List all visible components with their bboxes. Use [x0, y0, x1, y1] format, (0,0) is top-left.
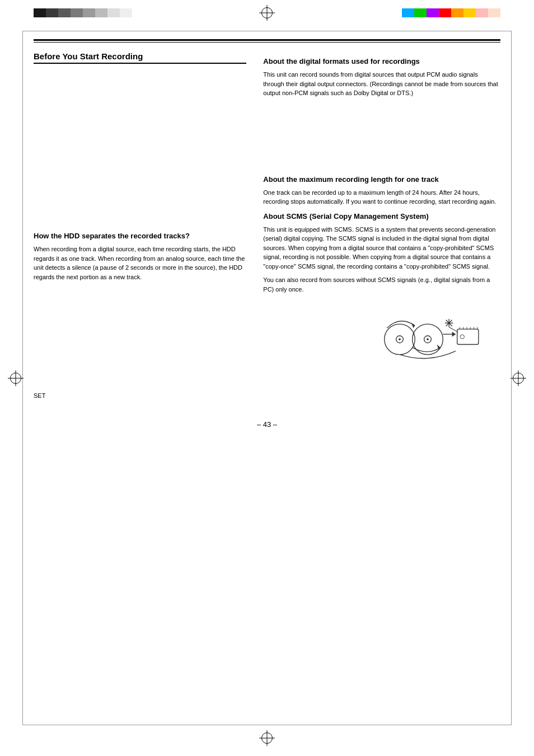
- right-reg-mark: [513, 373, 524, 384]
- digital-formats-heading: About the digital formats used for recor…: [263, 57, 500, 65]
- svg-point-21: [460, 335, 464, 339]
- main-content: Before You Start Recording How the HDD s…: [34, 39, 500, 717]
- color-block-violet: [427, 8, 439, 17]
- right-color-strip: [402, 8, 500, 17]
- connection-diagram-svg: [372, 305, 484, 367]
- header-rule-thick: [34, 39, 500, 41]
- scms-body: This unit is equipped with SCMS. SCMS is…: [263, 225, 500, 271]
- hdd-tracks-body: When recording from a digital source, ea…: [34, 245, 246, 281]
- color-block-gray5: [107, 8, 120, 17]
- top-center-reg: [259, 4, 275, 21]
- color-block-peach: [488, 8, 500, 17]
- svg-marker-9: [452, 332, 456, 337]
- color-block-gray3: [83, 8, 95, 17]
- color-block-gray4: [95, 8, 107, 17]
- main-title: Before You Start Recording: [34, 51, 246, 64]
- digital-formats-body: This unit can record sounds from digital…: [263, 70, 500, 98]
- color-block-black2: [46, 8, 58, 17]
- svg-point-7: [427, 339, 429, 341]
- page-number: – 43 –: [34, 420, 500, 429]
- color-block-red: [439, 8, 451, 17]
- two-column-layout: Before You Start Recording How the HDD s…: [34, 51, 500, 403]
- top-strip-container: [0, 0, 534, 21]
- header-rule-thin: [34, 42, 500, 43]
- left-reg-mark: [10, 373, 21, 384]
- max-length-heading: About the maximum recording length for o…: [263, 175, 500, 184]
- color-block-green: [414, 8, 427, 17]
- color-block-gray2: [71, 8, 83, 17]
- color-block-yellow: [463, 8, 476, 17]
- color-block-orange: [451, 8, 463, 17]
- color-block-gray1: [58, 8, 71, 17]
- right-col-space1: [263, 102, 500, 170]
- border-bottom: [22, 725, 512, 725]
- hdd-tracks-heading: How the HDD separates the recorded track…: [34, 232, 246, 240]
- scms-heading: About SCMS (Serial Copy Management Syste…: [263, 212, 500, 220]
- left-column: Before You Start Recording How the HDD s…: [34, 51, 257, 403]
- color-block-gray6: [120, 8, 132, 17]
- left-col-bottom-space: [34, 286, 246, 375]
- max-length-body: One track can be recorded up to a maximu…: [263, 188, 500, 206]
- svg-point-2: [399, 339, 401, 341]
- border-top: [22, 31, 512, 31]
- right-column: About the digital formats used for recor…: [257, 51, 500, 403]
- color-block-black1: [34, 8, 46, 17]
- diagram-illustration: [263, 305, 484, 367]
- scms-note: You can also record from sources without…: [263, 275, 500, 294]
- svg-marker-3: [411, 323, 415, 328]
- color-block-pink: [476, 8, 488, 17]
- left-color-strip: [34, 8, 132, 17]
- color-block-cyan: [402, 8, 414, 17]
- bottom-reg-mark: [261, 732, 273, 744]
- left-col-top-space: [34, 69, 246, 226]
- set-label: SET: [34, 392, 246, 399]
